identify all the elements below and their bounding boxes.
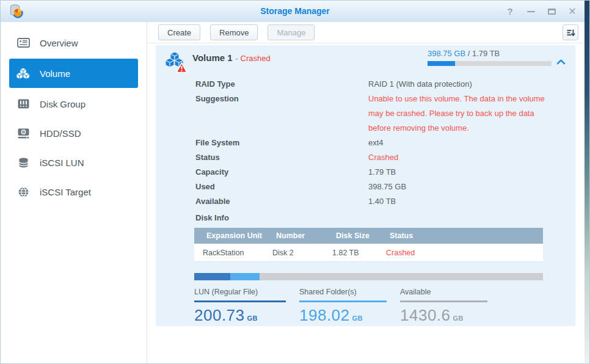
stat-shared-value: 198.02GB (299, 306, 387, 325)
minimize-icon[interactable] (525, 5, 537, 18)
cell-expansion-unit: RackStation (203, 249, 272, 257)
cell-status: Crashed (386, 249, 543, 257)
iscsi-target-icon (16, 187, 30, 197)
usage-text: 398.75 GB / 1.79 TB (428, 49, 553, 58)
stat-lun: LUN (Regular File) 200.73GB (194, 288, 286, 325)
iscsi-lun-icon (16, 158, 30, 168)
cell-disk-size: 1.82 TB (332, 249, 386, 257)
detail-row-raid-type: RAID Type RAID 1 (With data protection) (195, 77, 575, 92)
usage-stats: LUN (Regular File) 200.73GB Shared Folde… (194, 288, 575, 325)
stat-available-label: Available (400, 288, 487, 299)
col-disk-size: Disk Size (336, 231, 390, 240)
sidebar-item-iscsi-target[interactable]: iSCSI Target (1, 177, 147, 206)
usage-progress-bar (428, 61, 552, 66)
stat-available-value: 1430.6GB (400, 306, 487, 325)
remove-button[interactable]: Remove (210, 24, 258, 40)
volume-status-suffix: - Crashed (236, 54, 271, 63)
sidebar-item-disk-group[interactable]: Disk Group (1, 89, 147, 118)
help-icon[interactable]: ? (504, 5, 516, 18)
volume-card-header[interactable]: Volume 1- Crashed 398.75 GB / 1.79 TB (156, 45, 575, 77)
disk-group-icon (16, 99, 30, 109)
sidebar-item-overview[interactable]: Overview (1, 28, 147, 57)
sidebar-item-iscsi-lun[interactable]: iSCSI LUN (1, 148, 147, 177)
segment-lun (194, 273, 230, 280)
window-controls: ? ✕ (504, 1, 578, 22)
stat-shared-folders: Shared Folder(s) 198.02GB (299, 288, 387, 325)
collapse-all-icon (566, 28, 575, 37)
stat-lun-rule (194, 300, 286, 302)
sidebar-item-label: Overview (40, 38, 78, 48)
disk-table-row[interactable]: RackStation Disk 2 1.82 TB Crashed (194, 244, 543, 262)
segment-shared-folders (230, 273, 260, 280)
storage-manager-window: Storage Manager ? ✕ Overvie (0, 0, 590, 364)
volume-usage: 398.75 GB / 1.79 TB (428, 49, 553, 66)
sidebar-item-hdd-ssd[interactable]: HDD/SSD (1, 118, 147, 148)
detail-row-used: Used 398.75 GB (195, 180, 575, 194)
toolbar: Create Remove Manage (147, 22, 589, 43)
detail-row-capacity: Capacity 1.79 TB (195, 165, 575, 180)
col-status: Status (390, 231, 543, 240)
usage-used: 398.75 GB (428, 49, 465, 58)
volume-crashed-icon (165, 51, 188, 76)
sidebar-item-label: iSCSI LUN (40, 158, 84, 168)
window-title: Storage Manager (1, 6, 589, 16)
volume-title: Volume 1- Crashed (192, 53, 271, 63)
stat-available: Available 1430.6GB (400, 288, 487, 325)
detail-row-file-system: File System ext4 (195, 136, 575, 150)
stat-shared-label: Shared Folder(s) (299, 288, 387, 299)
sidebar-item-label: iSCSI Target (40, 187, 91, 197)
sidebar-item-label: HDD/SSD (40, 128, 81, 139)
sidebar-item-volume[interactable]: Volume (9, 59, 138, 88)
stat-lun-label: LUN (Regular File) (194, 288, 286, 299)
main-content: Create Remove Manage (147, 22, 589, 364)
chevron-up-icon[interactable] (556, 56, 566, 67)
close-icon[interactable]: ✕ (566, 5, 578, 18)
volume-details: RAID Type RAID 1 (With data protection) … (195, 77, 575, 209)
col-number: Number (276, 231, 336, 240)
disk-table-header: Expansion Unit Number Disk Size Status (194, 228, 543, 244)
sidebar-item-label: Disk Group (40, 99, 86, 109)
usage-progress-fill (428, 61, 455, 66)
stat-shared-rule (299, 300, 387, 302)
col-expansion-unit: Expansion Unit (206, 231, 276, 240)
detail-row-suggestion: Suggestion Unable to use this volume. Th… (195, 92, 575, 136)
sidebar: Overview Volume (1, 22, 147, 364)
titlebar: Storage Manager ? ✕ (1, 1, 589, 22)
collapse-all-button[interactable] (563, 24, 578, 40)
cell-number: Disk 2 (272, 249, 332, 257)
overview-icon (16, 38, 30, 48)
desktop-edge (585, 1, 589, 363)
hdd-ssd-icon (16, 128, 30, 139)
usage-total: / 1.79 TB (465, 49, 500, 58)
maximize-icon[interactable] (545, 5, 558, 18)
disk-info-title: Disk Info (195, 213, 575, 225)
volume-icon (16, 67, 30, 80)
stat-available-rule (400, 300, 487, 302)
manage-button[interactable]: Manage (268, 24, 315, 40)
detail-row-available: Available 1.40 TB (195, 194, 575, 209)
volume-card: Volume 1- Crashed 398.75 GB / 1.79 TB (156, 45, 575, 326)
disk-info-table: Expansion Unit Number Disk Size Status R… (194, 228, 543, 262)
create-button[interactable]: Create (158, 24, 200, 40)
stat-lun-value: 200.73GB (194, 306, 286, 325)
sidebar-item-label: Volume (40, 68, 70, 79)
usage-breakdown-bar (194, 273, 543, 280)
volume-name: Volume 1 (192, 53, 233, 63)
detail-row-status: Status Crashed (195, 150, 575, 165)
